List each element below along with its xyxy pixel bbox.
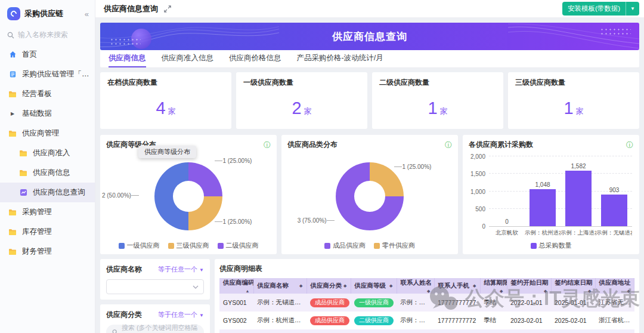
table-cell: 17777777775 xyxy=(434,329,480,333)
table-header-6[interactable]: 结算期限◆ xyxy=(480,278,507,294)
sort-icon[interactable]: ◆ xyxy=(544,289,547,294)
sidebar-item-label: 财务管理 xyxy=(22,246,52,257)
table-header-3[interactable]: 供应商等级◆ xyxy=(351,278,397,294)
sidebar-collapse-icon[interactable]: « xyxy=(85,10,89,18)
table-header-2[interactable]: 供应商分类◆ xyxy=(306,278,351,294)
chart-card-1: 供应商品类分布ⓘ3 (75.00%)1 (25.00%)成品供应商零件供应商 xyxy=(281,135,458,254)
banner-dots-decoration xyxy=(600,27,631,36)
category-search-input[interactable]: 搜索 (多个关键词用空格隔开) xyxy=(106,325,204,333)
sidebar-item-supplier-info[interactable]: 供应商信息 xyxy=(0,163,95,183)
table-cell: GYS002 xyxy=(219,312,253,329)
supplier-name-select[interactable] xyxy=(106,279,204,294)
sidebar-item-supplier-access[interactable]: 供应商准入 xyxy=(0,143,95,163)
table-header-4[interactable]: 联系人姓名◆ xyxy=(397,278,434,294)
sort-icon[interactable]: ◆ xyxy=(588,289,591,294)
category-badge: 成品供应商 xyxy=(310,298,349,307)
legend-item[interactable]: 二级供应商 xyxy=(218,241,259,250)
sidebar-search-input[interactable]: 输入名称来搜索 xyxy=(7,30,88,40)
sidebar-item-home[interactable]: 首页 xyxy=(0,45,95,64)
sidebar-item-label: 供应商管理 xyxy=(22,128,60,138)
pie-slice-label-text: 1 (25.00%) xyxy=(402,164,431,170)
stat-card-unit: 家 xyxy=(304,107,312,116)
info-icon[interactable]: ⓘ xyxy=(626,141,633,149)
donut-chart xyxy=(336,162,404,230)
tab-3[interactable]: 产品采购价格-波动统计/月 xyxy=(297,50,383,67)
tab-0[interactable]: 供应商信息 xyxy=(109,50,146,67)
supplier-category-filter-operator[interactable]: 等于任意一个 ▼ xyxy=(158,310,204,319)
stat-card-value: 1 xyxy=(564,98,573,118)
legend-item[interactable]: 成品供应商 xyxy=(324,241,366,250)
table-cell: 示例：杭州道友云 xyxy=(253,312,306,329)
table-cell: 一级供应商 xyxy=(351,294,397,312)
legend-item[interactable]: 零件供应商 xyxy=(374,241,415,250)
filter-panel: 供应商名称 等于任意一个 ▼ 供应商分类 等于任意一个 ▼ xyxy=(100,259,210,333)
sidebar-item-purchase-mgmt[interactable]: 采购管理 xyxy=(0,202,95,222)
sidebar-item-inventory-mgmt[interactable]: 库存管理 xyxy=(0,222,95,242)
supplier-detail-table: 供应商编码▲供应商名称◆供应商分类◆供应商等级◆联系人姓名◆联系人手机◆结算期限… xyxy=(219,278,634,333)
content: 供应商信息查询 供应商信息供应商准入信息供应商价格信息产品采购价格-波动统计/月… xyxy=(95,18,644,333)
info-icon[interactable]: ⓘ xyxy=(264,141,271,149)
sort-icon[interactable]: ◆ xyxy=(500,289,503,294)
sidebar-item-business-board[interactable]: 经营看板 xyxy=(0,84,95,104)
sidebar-item-label: 首页 xyxy=(22,50,37,60)
x-axis-label: 示例：无锡道友云 xyxy=(596,229,632,237)
sidebar-item-finance-mgmt[interactable]: 财务管理 xyxy=(0,242,95,261)
sort-icon[interactable]: ◆ xyxy=(343,283,346,288)
tab-1[interactable]: 供应商准入信息 xyxy=(162,50,214,67)
legend-item[interactable]: 一级供应商 xyxy=(119,241,160,250)
table-row[interactable]: GYS001示例：无锡道友云成品供应商一级供应商示例：徐忠17777777777… xyxy=(219,294,634,312)
donut-hole xyxy=(173,181,204,212)
sort-icon[interactable]: ◆ xyxy=(427,289,430,294)
chart-icon xyxy=(18,189,28,196)
chart-legend: 成品供应商零件供应商 xyxy=(281,241,458,250)
table-header-7[interactable]: 签约开始日期◆ xyxy=(507,278,551,294)
table-cell: 成品供应商 xyxy=(306,294,351,312)
x-axis-labels: 北京帆软示例：杭州道友云示例：上海道友云示例：无锡道友云 xyxy=(489,229,632,237)
sort-icon[interactable]: ◆ xyxy=(627,289,630,294)
sidebar-item-label: 采购管理 xyxy=(22,207,52,217)
stat-card-unit: 家 xyxy=(576,107,584,116)
legend-item[interactable]: 总采购数量 xyxy=(531,241,572,250)
caret-down-icon: ▼ xyxy=(199,313,204,318)
table-header-1[interactable]: 供应商名称◆ xyxy=(253,278,306,294)
sort-icon[interactable]: ◆ xyxy=(299,283,302,288)
legend-swatch-icon xyxy=(218,243,224,249)
sidebar-header: 采购供应链 « xyxy=(0,6,95,21)
fullscreen-icon[interactable] xyxy=(164,5,171,13)
sidebar-item-base-data[interactable]: ▶基础数据 xyxy=(0,104,95,124)
table-header-5[interactable]: 联系人手机◆ xyxy=(434,278,480,294)
sidebar-item-supplier-info-query[interactable]: 供应商信息查询 xyxy=(0,183,95,202)
table-cell: 17777777772 xyxy=(434,312,480,329)
supplier-name-filter-operator[interactable]: 等于任意一个 ▼ xyxy=(158,265,204,274)
supplier-category-filter-card: 供应商分类 等于任意一个 ▼ 搜索 (多个关键词用空格隔开) 全选 xyxy=(100,304,210,333)
sort-icon[interactable]: ◆ xyxy=(473,283,476,288)
bar-value-label: 1,048 xyxy=(525,181,561,188)
table-cell: 江苏省无锡市锡 xyxy=(595,294,634,312)
sort-icon[interactable]: ◆ xyxy=(389,283,392,288)
label-line xyxy=(327,220,335,221)
table-cell: 季结 xyxy=(480,294,507,312)
table-row[interactable]: GYS003示例：上海道友云零件供应商三级供应商示例：泰叔17777777775… xyxy=(219,329,634,333)
legend-item[interactable]: 三级供应商 xyxy=(168,241,209,250)
sidebar-item-guide[interactable]: 采购供应链管理「必看说明」 xyxy=(0,64,95,84)
x-axis-label: 北京帆软 xyxy=(489,229,525,237)
table-row[interactable]: GYS002示例：杭州道友云成品供应商二级供应商示例：纪泽17777777772… xyxy=(219,312,634,329)
stat-card-value: 4 xyxy=(156,98,165,118)
sort-asc-icon[interactable]: ▲ xyxy=(246,289,250,293)
table-header-8[interactable]: 签约结束日期◆ xyxy=(551,278,595,294)
info-icon[interactable]: ⓘ xyxy=(445,141,452,149)
table-cell: 示例：纪泽 xyxy=(397,312,434,329)
chart-title: 各供应商累计采购数 xyxy=(469,140,533,150)
bar[interactable] xyxy=(530,189,556,226)
table-header-9[interactable]: 供应商地址◆ xyxy=(595,278,634,294)
sidebar-item-supplier-mgmt[interactable]: 供应商管理 xyxy=(0,124,95,143)
chevron-down-icon[interactable]: ▼ xyxy=(626,6,639,11)
table-header-0[interactable]: 供应商编码▲ xyxy=(219,278,253,294)
bar[interactable] xyxy=(565,171,592,226)
bar[interactable] xyxy=(601,195,627,226)
banner-dots-decoration xyxy=(110,38,141,46)
tab-2[interactable]: 供应商价格信息 xyxy=(229,50,281,67)
stat-card-unit: 家 xyxy=(168,107,176,116)
install-template-button[interactable]: 安装模板(带数据) ▼ xyxy=(562,2,639,16)
category-badge: 成品供应商 xyxy=(310,316,349,325)
